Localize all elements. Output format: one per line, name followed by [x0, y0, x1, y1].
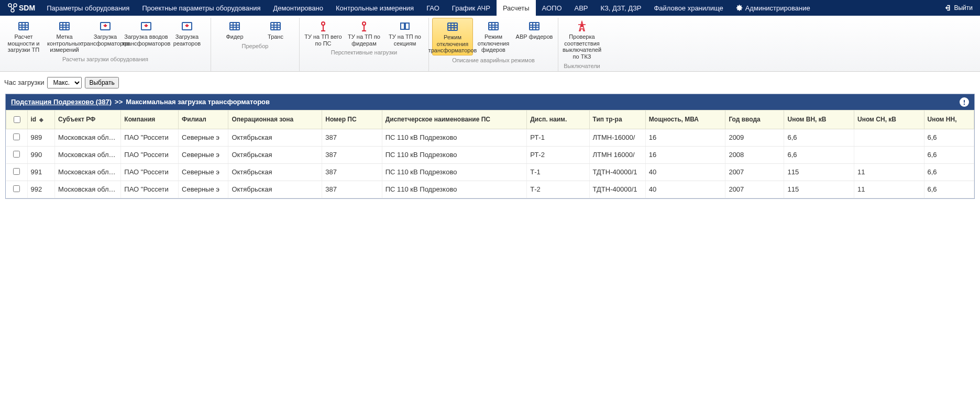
column-header[interactable]: Uном ВН, кВ — [784, 110, 854, 129]
exit-icon — [944, 4, 952, 12]
svg-point-28 — [322, 22, 325, 25]
ribbon-button-label: Транс — [268, 34, 283, 40]
row-checkbox[interactable] — [13, 185, 20, 192]
ribbon-group-perspective: ТУ на ТП вего по ПСТУ на ТП по фидерамТУ… — [300, 18, 429, 71]
ribbon-button[interactable]: ТУ на ТП вего по ПС — [303, 18, 344, 48]
cell-dname: РТ-2 — [527, 146, 589, 163]
ribbon-button-label: Метка контрольных измерений — [45, 34, 84, 53]
cell-pow: 40 — [645, 163, 725, 181]
svg-rect-34 — [401, 23, 404, 29]
ribbon-button[interactable]: Проверка соответствия выключателей по ТК… — [561, 18, 602, 61]
column-header[interactable]: Дисп. наим. — [527, 110, 589, 129]
nav-item[interactable]: КЗ, ДЗТ, ДЗР — [594, 0, 648, 16]
cell-comp: ПАО "Россети — [121, 129, 179, 146]
column-header[interactable]: Тип тр-ра — [589, 110, 645, 129]
column-header[interactable]: Номер ПС — [322, 110, 382, 129]
cell-disp: ПС 110 кВ Подрезково — [382, 181, 527, 198]
ribbon-button-label: ТУ на ТП по фидерам — [345, 34, 383, 47]
cell-year: 2007 — [725, 181, 784, 198]
svg-rect-23 — [271, 23, 280, 30]
select-all-checkbox[interactable] — [14, 116, 20, 123]
svg-rect-41 — [489, 23, 498, 30]
ribbon-button[interactable]: Метка контрольных измерений — [44, 18, 85, 54]
ribbon-button[interactable]: ТУ на ТП по секциям — [384, 18, 425, 48]
exit-link[interactable]: Выйти — [944, 4, 978, 12]
breadcrumb-link[interactable]: Подстанция Подрезково (387) — [11, 98, 112, 106]
column-header[interactable]: Год ввода — [725, 110, 784, 129]
cell-type: ТДТН-40000/1 — [589, 181, 645, 198]
row-checkbox[interactable] — [13, 133, 20, 140]
sort-icon: ◆ — [39, 117, 43, 122]
cell-fil: Северные э — [179, 163, 228, 181]
nav-item[interactable]: График АЧР — [446, 0, 497, 16]
table-header-row: id ◆Субъект РФКомпанияФилиалОперационная… — [6, 110, 974, 129]
grid-scroll[interactable]: id ◆Субъект РФКомпанияФилиалОперационная… — [6, 110, 974, 198]
column-header[interactable] — [6, 110, 28, 129]
cell-usn — [854, 129, 924, 146]
table-row[interactable]: 992Московская областьПАО "РоссетиСеверны… — [6, 181, 974, 198]
ribbon-button-label: Режим отключения фидеров — [474, 34, 513, 53]
cell-id: 990 — [27, 146, 54, 163]
column-header[interactable]: Диспетчерское наименование ПС — [382, 110, 527, 129]
ribbon-button-label: Расчет мощности и загрузки ТП — [4, 34, 43, 53]
column-header[interactable]: Uном СН, кВ — [854, 110, 924, 129]
cell-op: Октябрьская — [228, 129, 322, 146]
ribbon-button-label: АВР фидеров — [516, 34, 553, 40]
nav-item[interactable]: Администрирование — [730, 0, 817, 16]
ribbon-button-label: Загрузка реакторов — [168, 34, 206, 47]
column-header[interactable]: Операционная зона — [228, 110, 322, 129]
table-icon — [488, 20, 499, 32]
ribbon-button[interactable]: АВР фидеров — [514, 18, 555, 55]
nav-item[interactable]: АВР — [568, 0, 594, 16]
row-checkbox-cell — [6, 163, 28, 181]
cell-dname: РТ-1 — [527, 129, 589, 146]
ribbon-button[interactable]: ТУ на ТП по фидерам — [344, 18, 384, 48]
ribbon-button[interactable]: Загрузка трансформаторов — [85, 18, 126, 54]
table-icon — [270, 20, 281, 32]
cell-fil: Северные э — [179, 146, 228, 163]
cell-usn: 11 — [854, 181, 924, 198]
nav-item[interactable]: Расчеты — [497, 0, 536, 16]
nav-item[interactable]: Проектные параметры оборудования — [136, 0, 267, 16]
svg-rect-36 — [448, 23, 457, 30]
nav-item[interactable]: ГАО — [420, 0, 446, 16]
row-checkbox[interactable] — [13, 168, 20, 175]
nav-item[interactable]: Файловое хранилище — [647, 0, 729, 16]
ribbon-button[interactable]: Режим отключения фидеров — [473, 18, 514, 55]
ribbon-button[interactable]: Транс — [255, 18, 296, 41]
table-row[interactable]: 990Московская областьПАО "РоссетиСеверны… — [6, 146, 974, 163]
table-row[interactable]: 991Московская областьПАО "РоссетиСеверны… — [6, 163, 974, 181]
svg-rect-46 — [530, 23, 539, 30]
table-row[interactable]: 989Московская областьПАО "РоссетиСеверны… — [6, 129, 974, 146]
nav-item[interactable]: АОПО — [536, 0, 568, 16]
nav-item[interactable]: Параметры оборудования — [40, 0, 136, 16]
ribbon-button[interactable]: Расчет мощности и загрузки ТП — [3, 18, 44, 54]
nav-label: АОПО — [542, 4, 562, 12]
row-checkbox[interactable] — [13, 151, 20, 158]
choose-button[interactable]: Выбрать — [85, 77, 118, 88]
ribbon-button[interactable]: Режим отключения трансформаторов — [432, 18, 473, 55]
info-icon[interactable] — [960, 97, 969, 107]
load-hour-select[interactable]: Макс. — [47, 77, 82, 88]
ribbon-group-emergency: Режим отключения трансформаторовРежим от… — [429, 18, 558, 71]
column-header[interactable]: Компания — [121, 110, 179, 129]
ribbon-button[interactable]: Фидер — [214, 18, 255, 41]
nav-item[interactable]: Контрольные измерения — [329, 0, 420, 16]
column-header[interactable]: Субъект РФ — [54, 110, 120, 129]
ribbon-button-label: ТУ на ТП по секциям — [386, 34, 424, 47]
grid-header: Подстанция Подрезково (387) >> Максималь… — [6, 94, 974, 110]
column-header[interactable]: id ◆ — [27, 110, 54, 129]
cell-op: Октябрьская — [228, 163, 322, 181]
table-icon — [18, 20, 29, 32]
svg-rect-18 — [230, 23, 239, 30]
cell-disp: ПС 110 кВ Подрезково — [382, 163, 527, 181]
nav-item[interactable]: Демонтировано — [267, 0, 329, 16]
cell-year: 2007 — [725, 163, 784, 181]
column-header[interactable]: Uном НН, — [924, 110, 974, 129]
ribbon-button[interactable]: Загрузка реакторов — [167, 18, 207, 54]
column-header[interactable]: Мощность, МВА — [645, 110, 725, 129]
ribbon-button[interactable]: Загрузка вводов трансформаторов — [126, 18, 167, 54]
column-header[interactable]: Филиал — [179, 110, 228, 129]
nav-label: КЗ, ДЗТ, ДЗР — [601, 4, 642, 12]
horizontal-scrollbar[interactable] — [5, 202, 975, 211]
